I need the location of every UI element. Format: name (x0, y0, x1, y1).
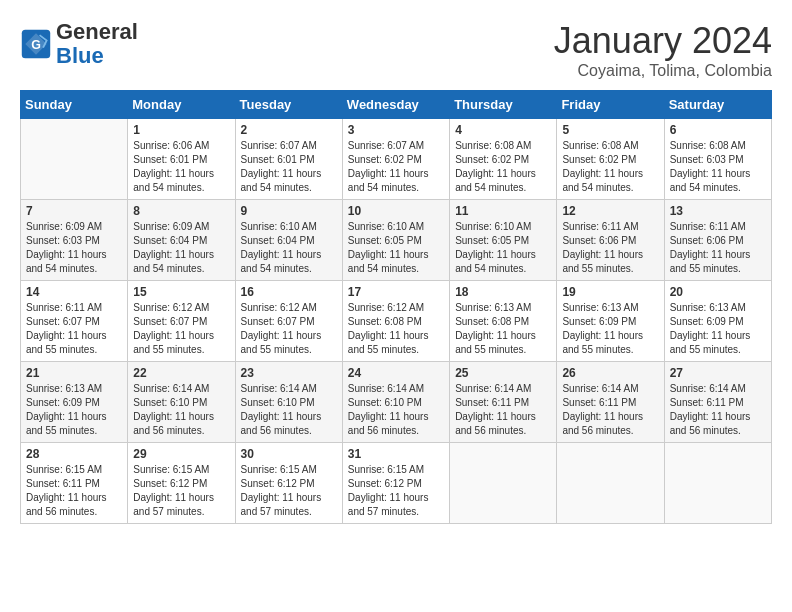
day-info: Sunrise: 6:08 AM Sunset: 6:03 PM Dayligh… (670, 139, 766, 195)
day-info: Sunrise: 6:12 AM Sunset: 6:07 PM Dayligh… (133, 301, 229, 357)
weekday-header-saturday: Saturday (664, 91, 771, 119)
calendar-cell: 22Sunrise: 6:14 AM Sunset: 6:10 PM Dayli… (128, 362, 235, 443)
svg-text:G: G (31, 39, 41, 53)
day-info: Sunrise: 6:08 AM Sunset: 6:02 PM Dayligh… (562, 139, 658, 195)
calendar-cell: 31Sunrise: 6:15 AM Sunset: 6:12 PM Dayli… (342, 443, 449, 524)
day-info: Sunrise: 6:10 AM Sunset: 6:05 PM Dayligh… (455, 220, 551, 276)
day-number: 7 (26, 204, 122, 218)
calendar-cell: 27Sunrise: 6:14 AM Sunset: 6:11 PM Dayli… (664, 362, 771, 443)
weekday-header-tuesday: Tuesday (235, 91, 342, 119)
day-number: 12 (562, 204, 658, 218)
day-info: Sunrise: 6:10 AM Sunset: 6:05 PM Dayligh… (348, 220, 444, 276)
day-number: 23 (241, 366, 337, 380)
day-number: 25 (455, 366, 551, 380)
day-number: 13 (670, 204, 766, 218)
calendar-cell: 10Sunrise: 6:10 AM Sunset: 6:05 PM Dayli… (342, 200, 449, 281)
day-info: Sunrise: 6:13 AM Sunset: 6:09 PM Dayligh… (670, 301, 766, 357)
day-info: Sunrise: 6:15 AM Sunset: 6:11 PM Dayligh… (26, 463, 122, 519)
calendar-cell: 13Sunrise: 6:11 AM Sunset: 6:06 PM Dayli… (664, 200, 771, 281)
month-title: January 2024 (554, 20, 772, 62)
calendar-cell: 8Sunrise: 6:09 AM Sunset: 6:04 PM Daylig… (128, 200, 235, 281)
day-info: Sunrise: 6:15 AM Sunset: 6:12 PM Dayligh… (241, 463, 337, 519)
day-number: 18 (455, 285, 551, 299)
day-number: 30 (241, 447, 337, 461)
calendar-cell: 1Sunrise: 6:06 AM Sunset: 6:01 PM Daylig… (128, 119, 235, 200)
day-info: Sunrise: 6:13 AM Sunset: 6:09 PM Dayligh… (562, 301, 658, 357)
location-title: Coyaima, Tolima, Colombia (554, 62, 772, 80)
calendar-cell: 18Sunrise: 6:13 AM Sunset: 6:08 PM Dayli… (450, 281, 557, 362)
day-number: 28 (26, 447, 122, 461)
day-number: 5 (562, 123, 658, 137)
day-number: 24 (348, 366, 444, 380)
calendar-cell: 26Sunrise: 6:14 AM Sunset: 6:11 PM Dayli… (557, 362, 664, 443)
calendar-cell: 9Sunrise: 6:10 AM Sunset: 6:04 PM Daylig… (235, 200, 342, 281)
day-number: 27 (670, 366, 766, 380)
day-info: Sunrise: 6:14 AM Sunset: 6:11 PM Dayligh… (670, 382, 766, 438)
calendar-cell: 28Sunrise: 6:15 AM Sunset: 6:11 PM Dayli… (21, 443, 128, 524)
calendar-cell (450, 443, 557, 524)
calendar-cell: 25Sunrise: 6:14 AM Sunset: 6:11 PM Dayli… (450, 362, 557, 443)
day-number: 31 (348, 447, 444, 461)
calendar-cell: 30Sunrise: 6:15 AM Sunset: 6:12 PM Dayli… (235, 443, 342, 524)
calendar-week-row: 1Sunrise: 6:06 AM Sunset: 6:01 PM Daylig… (21, 119, 772, 200)
calendar-cell: 7Sunrise: 6:09 AM Sunset: 6:03 PM Daylig… (21, 200, 128, 281)
day-number: 15 (133, 285, 229, 299)
day-number: 8 (133, 204, 229, 218)
weekday-header-monday: Monday (128, 91, 235, 119)
day-info: Sunrise: 6:14 AM Sunset: 6:10 PM Dayligh… (348, 382, 444, 438)
calendar-cell: 19Sunrise: 6:13 AM Sunset: 6:09 PM Dayli… (557, 281, 664, 362)
day-number: 9 (241, 204, 337, 218)
day-info: Sunrise: 6:11 AM Sunset: 6:06 PM Dayligh… (670, 220, 766, 276)
calendar-cell: 16Sunrise: 6:12 AM Sunset: 6:07 PM Dayli… (235, 281, 342, 362)
day-info: Sunrise: 6:08 AM Sunset: 6:02 PM Dayligh… (455, 139, 551, 195)
page-header: G General Blue January 2024 Coyaima, Tol… (20, 20, 772, 80)
day-number: 16 (241, 285, 337, 299)
day-info: Sunrise: 6:12 AM Sunset: 6:08 PM Dayligh… (348, 301, 444, 357)
day-number: 2 (241, 123, 337, 137)
day-number: 26 (562, 366, 658, 380)
calendar-cell (664, 443, 771, 524)
day-number: 6 (670, 123, 766, 137)
day-number: 19 (562, 285, 658, 299)
day-number: 14 (26, 285, 122, 299)
day-number: 22 (133, 366, 229, 380)
calendar-table: SundayMondayTuesdayWednesdayThursdayFrid… (20, 90, 772, 524)
calendar-cell: 21Sunrise: 6:13 AM Sunset: 6:09 PM Dayli… (21, 362, 128, 443)
logo: G General Blue (20, 20, 138, 68)
day-info: Sunrise: 6:13 AM Sunset: 6:08 PM Dayligh… (455, 301, 551, 357)
day-info: Sunrise: 6:11 AM Sunset: 6:06 PM Dayligh… (562, 220, 658, 276)
logo-text: General Blue (56, 20, 138, 68)
day-number: 21 (26, 366, 122, 380)
day-info: Sunrise: 6:14 AM Sunset: 6:10 PM Dayligh… (241, 382, 337, 438)
day-number: 10 (348, 204, 444, 218)
calendar-week-row: 14Sunrise: 6:11 AM Sunset: 6:07 PM Dayli… (21, 281, 772, 362)
day-info: Sunrise: 6:09 AM Sunset: 6:03 PM Dayligh… (26, 220, 122, 276)
calendar-cell: 23Sunrise: 6:14 AM Sunset: 6:10 PM Dayli… (235, 362, 342, 443)
calendar-cell: 17Sunrise: 6:12 AM Sunset: 6:08 PM Dayli… (342, 281, 449, 362)
day-info: Sunrise: 6:13 AM Sunset: 6:09 PM Dayligh… (26, 382, 122, 438)
day-number: 4 (455, 123, 551, 137)
calendar-cell: 3Sunrise: 6:07 AM Sunset: 6:02 PM Daylig… (342, 119, 449, 200)
calendar-week-row: 7Sunrise: 6:09 AM Sunset: 6:03 PM Daylig… (21, 200, 772, 281)
calendar-cell: 20Sunrise: 6:13 AM Sunset: 6:09 PM Dayli… (664, 281, 771, 362)
calendar-cell: 14Sunrise: 6:11 AM Sunset: 6:07 PM Dayli… (21, 281, 128, 362)
day-number: 29 (133, 447, 229, 461)
calendar-cell: 24Sunrise: 6:14 AM Sunset: 6:10 PM Dayli… (342, 362, 449, 443)
calendar-week-row: 28Sunrise: 6:15 AM Sunset: 6:11 PM Dayli… (21, 443, 772, 524)
day-info: Sunrise: 6:15 AM Sunset: 6:12 PM Dayligh… (348, 463, 444, 519)
calendar-cell (557, 443, 664, 524)
day-info: Sunrise: 6:09 AM Sunset: 6:04 PM Dayligh… (133, 220, 229, 276)
day-info: Sunrise: 6:06 AM Sunset: 6:01 PM Dayligh… (133, 139, 229, 195)
day-info: Sunrise: 6:14 AM Sunset: 6:10 PM Dayligh… (133, 382, 229, 438)
day-info: Sunrise: 6:15 AM Sunset: 6:12 PM Dayligh… (133, 463, 229, 519)
day-number: 1 (133, 123, 229, 137)
title-block: January 2024 Coyaima, Tolima, Colombia (554, 20, 772, 80)
calendar-cell (21, 119, 128, 200)
calendar-cell: 15Sunrise: 6:12 AM Sunset: 6:07 PM Dayli… (128, 281, 235, 362)
calendar-cell: 6Sunrise: 6:08 AM Sunset: 6:03 PM Daylig… (664, 119, 771, 200)
day-number: 17 (348, 285, 444, 299)
weekday-header-row: SundayMondayTuesdayWednesdayThursdayFrid… (21, 91, 772, 119)
day-number: 11 (455, 204, 551, 218)
weekday-header-friday: Friday (557, 91, 664, 119)
day-info: Sunrise: 6:12 AM Sunset: 6:07 PM Dayligh… (241, 301, 337, 357)
